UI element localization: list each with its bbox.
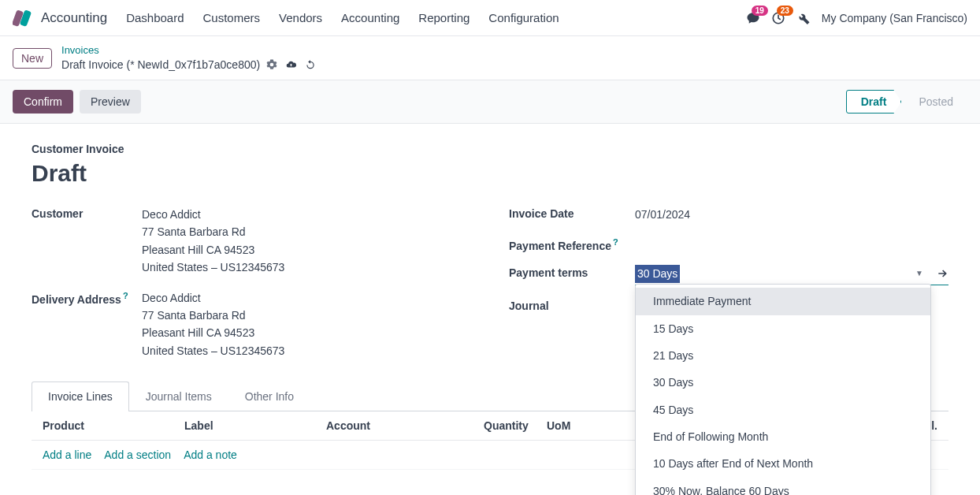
breadcrumb: Invoices Draft Invoice (* NewId_0x7f1b7a… (61, 44, 316, 72)
wrench-icon (796, 11, 811, 25)
col-uom: UoM (547, 419, 610, 432)
invoice-date-value[interactable]: 07/01/2024 (635, 206, 948, 223)
delivery-label: Delivery Address? (32, 289, 142, 360)
delivery-street: 77 Santa Barbara Rd (142, 307, 471, 324)
dd-option-10days-next[interactable]: 10 Days after End of Next Month (636, 450, 930, 477)
payment-terms-selected: 30 Days (635, 265, 680, 282)
status-draft[interactable]: Draft (846, 90, 902, 114)
form-right-column: Invoice Date 07/01/2024 Payment Referenc… (509, 206, 948, 359)
nav-dashboard[interactable]: Dashboard (126, 11, 184, 24)
breadcrumb-parent[interactable]: Invoices (61, 44, 316, 58)
preview-button[interactable]: Preview (80, 90, 141, 114)
form-sheet: Customer Invoice Draft Customer Deco Add… (0, 124, 980, 495)
undo-icon[interactable] (305, 59, 316, 70)
nav-configuration[interactable]: Configuration (488, 11, 559, 24)
company-selector[interactable]: My Company (San Francisco) (822, 12, 967, 24)
col-label: Label (184, 419, 326, 432)
breadcrumb-current: Draft Invoice (* NewId_0x7f1b7a0ce800) (61, 58, 316, 72)
customer-value[interactable]: Deco Addict 77 Santa Barbara Rd Pleasant… (142, 206, 471, 277)
invoice-date-field: Invoice Date 07/01/2024 (509, 206, 948, 223)
payment-reference-field: Payment Reference? (509, 236, 948, 252)
nav-accounting[interactable]: Accounting (341, 11, 399, 24)
dd-option-45days[interactable]: 45 Days (636, 396, 930, 423)
form-title: Draft (32, 160, 948, 187)
confirm-button[interactable]: Confirm (13, 90, 73, 114)
messages-button[interactable]: 19 (746, 11, 760, 25)
gear-icon[interactable] (266, 59, 277, 70)
tools-button[interactable] (796, 11, 811, 25)
customer-street: 77 Santa Barbara Rd (142, 223, 471, 240)
status-steps: Draft Posted (846, 90, 967, 114)
delivery-field: Delivery Address? Deco Addict 77 Santa B… (32, 289, 471, 360)
customer-city: Pleasant Hill CA 94523 (142, 241, 471, 259)
delivery-value[interactable]: Deco Addict 77 Santa Barbara Rd Pleasant… (142, 289, 471, 360)
dd-option-21days[interactable]: 21 Days (636, 342, 930, 369)
external-link-icon[interactable] (936, 267, 948, 280)
form-subtitle: Customer Invoice (32, 143, 948, 155)
payment-terms-menu: Immediate Payment 15 Days 21 Days 30 Day… (635, 284, 931, 495)
delivery-city: Pleasant Hill CA 94523 (142, 324, 471, 341)
tab-journal-items[interactable]: Journal Items (129, 381, 228, 411)
activities-button[interactable]: 23 (771, 11, 785, 25)
nav-vendors[interactable]: Vendors (279, 11, 322, 24)
form-left-column: Customer Deco Addict 77 Santa Barbara Rd… (32, 206, 471, 359)
invoice-date-label: Invoice Date (509, 206, 635, 223)
dd-option-eom[interactable]: End of Following Month (636, 423, 930, 450)
payment-terms-value: 30 Days ▼ Immediate Payment 15 Days 21 D… (635, 265, 948, 285)
payment-reference-value[interactable] (635, 236, 948, 252)
dd-option-immediate[interactable]: Immediate Payment (636, 288, 930, 314)
app-name: Accounting (41, 10, 107, 26)
delivery-name: Deco Addict (142, 289, 471, 307)
activities-badge: 23 (777, 6, 793, 16)
customer-country: United States – US12345673 (142, 259, 471, 276)
journal-label: Journal (509, 298, 635, 312)
payment-terms-field: Payment terms 30 Days ▼ Immediate Paymen… (509, 265, 948, 285)
tab-other-info[interactable]: Other Info (228, 381, 310, 411)
breadcrumb-bar: New Invoices Draft Invoice (* NewId_0x7f… (0, 36, 980, 80)
breadcrumb-current-text: Draft Invoice (* NewId_0x7f1b7a0ce800) (61, 58, 260, 72)
tab-invoice-lines[interactable]: Invoice Lines (32, 381, 129, 411)
cloud-upload-icon[interactable] (285, 59, 297, 70)
customer-name: Deco Addict (142, 206, 471, 223)
payment-reference-label: Payment Reference? (509, 236, 635, 252)
new-button[interactable]: New (13, 48, 52, 69)
add-line-link[interactable]: Add a line (43, 448, 91, 461)
delivery-country: United States – US12345673 (142, 342, 471, 359)
dd-option-15days[interactable]: 15 Days (636, 315, 930, 342)
nav-reporting[interactable]: Reporting (418, 11, 470, 24)
payment-terms-dropdown[interactable]: 30 Days ▼ (635, 265, 948, 285)
help-icon[interactable]: ? (123, 291, 128, 300)
help-icon[interactable]: ? (613, 237, 618, 247)
status-posted[interactable]: Posted (901, 91, 967, 113)
col-account: Account (326, 419, 484, 432)
chevron-down-icon[interactable]: ▼ (915, 267, 923, 280)
nav-customers[interactable]: Customers (203, 11, 261, 24)
nav-links: Dashboard Customers Vendors Accounting R… (126, 11, 746, 24)
messages-badge: 19 (752, 6, 768, 16)
customer-label: Customer (32, 206, 142, 277)
payment-terms-label: Payment terms (509, 265, 635, 285)
add-section-link[interactable]: Add a section (104, 448, 171, 461)
customer-field: Customer Deco Addict 77 Santa Barbara Rd… (32, 206, 471, 277)
col-product: Product (43, 419, 184, 432)
topnav-right: 19 23 My Company (San Francisco) (746, 11, 967, 25)
action-bar: Confirm Preview Draft Posted (0, 80, 980, 124)
dd-option-30pct[interactable]: 30% Now, Balance 60 Days (636, 478, 930, 495)
add-note-link[interactable]: Add a note (184, 448, 237, 461)
top-navbar: Accounting Dashboard Customers Vendors A… (0, 0, 980, 36)
dd-option-30days[interactable]: 30 Days (636, 369, 930, 396)
app-logo-icon (13, 9, 32, 28)
col-quantity: Quantity (484, 419, 547, 432)
